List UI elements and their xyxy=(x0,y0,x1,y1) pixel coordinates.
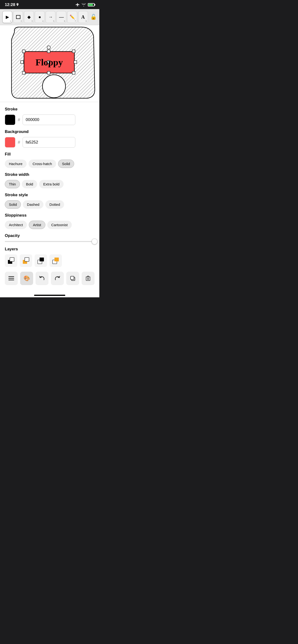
stroke-color-input[interactable] xyxy=(23,114,75,125)
battery-icon xyxy=(88,3,95,6)
tool-arrow[interactable]: → 5 xyxy=(46,11,55,23)
layer-icon-4[interactable] xyxy=(49,254,62,267)
toolbar: ▶ 1 2 ◆ 3 ● 4 → 5 — 6 ✏️ 7 A 8 🔓 xyxy=(0,9,99,25)
stroke-width-options: Thin Bold Extra bold xyxy=(5,180,95,188)
opacity-section: Opacity xyxy=(5,233,95,242)
fill-options: Hachure Cross-hatch Solid xyxy=(5,160,95,168)
stroke-width-label: Stroke width xyxy=(5,172,95,177)
stroke-style-dotted[interactable]: Dotted xyxy=(45,200,64,209)
fill-option-solid[interactable]: Solid xyxy=(58,160,74,168)
menu-icon xyxy=(9,276,14,280)
layer-icon-1[interactable] xyxy=(5,254,17,267)
svg-rect-24 xyxy=(9,276,14,277)
svg-rect-3 xyxy=(22,50,25,53)
tool-diamond[interactable]: ◆ 3 xyxy=(24,11,34,23)
trash-icon xyxy=(86,276,90,281)
palette-icon: 🎨 xyxy=(24,275,30,282)
fill-label: Fill xyxy=(5,152,95,157)
background-label: Background xyxy=(5,130,95,134)
svg-rect-25 xyxy=(9,278,14,279)
opacity-slider-container[interactable] xyxy=(5,241,95,242)
svg-rect-15 xyxy=(10,258,14,262)
action-bar: 🎨 xyxy=(5,272,95,288)
svg-rect-10 xyxy=(21,60,24,64)
layer-icons-row xyxy=(5,254,95,267)
canvas-area[interactable]: Floppy xyxy=(0,25,99,102)
home-bar xyxy=(34,295,65,296)
sloppiness-architect[interactable]: Architect xyxy=(5,221,27,229)
svg-rect-4 xyxy=(47,50,50,53)
svg-rect-6 xyxy=(22,72,25,74)
undo-button[interactable] xyxy=(36,272,49,285)
svg-point-12 xyxy=(47,46,50,49)
sloppiness-options: Architect Artist Cartoonist xyxy=(5,221,95,229)
wifi-icon xyxy=(82,3,86,6)
stroke-width-bold[interactable]: Bold xyxy=(22,180,37,188)
copy-icon xyxy=(70,276,75,281)
svg-rect-11 xyxy=(74,60,77,64)
location-icon xyxy=(16,3,19,6)
stroke-style-label: Stroke style xyxy=(5,192,95,198)
tool-cursor[interactable]: ▶ 1 xyxy=(3,11,12,23)
svg-rect-31 xyxy=(87,276,89,277)
stroke-style-dashed[interactable]: Dashed xyxy=(23,200,43,209)
sloppiness-cartoonist[interactable]: Cartoonist xyxy=(47,221,72,229)
layer-icon-2[interactable] xyxy=(20,254,32,267)
svg-rect-26 xyxy=(9,280,14,280)
stroke-label: Stroke xyxy=(5,107,95,112)
airplane-icon xyxy=(75,3,80,6)
fill-option-crosshatch[interactable]: Cross-hatch xyxy=(29,160,56,168)
delete-button[interactable] xyxy=(82,272,95,285)
lock-button[interactable]: 🔓 xyxy=(90,11,97,23)
svg-rect-21 xyxy=(40,258,44,262)
svg-rect-28 xyxy=(71,276,74,280)
opacity-track xyxy=(5,241,95,242)
palette-button[interactable]: 🎨 xyxy=(20,272,33,285)
tool-pencil[interactable]: ✏️ 7 xyxy=(67,11,77,23)
stroke-color-swatch[interactable] xyxy=(5,114,15,125)
status-time: 12:28 xyxy=(5,2,19,7)
svg-rect-8 xyxy=(72,72,75,74)
time-display: 12:28 xyxy=(5,2,15,7)
stroke-width-extra-bold[interactable]: Extra bold xyxy=(39,180,64,188)
sloppiness-label: Sloppiness xyxy=(5,213,95,218)
tool-text[interactable]: A 8 xyxy=(78,11,88,23)
tool-line[interactable]: — 6 xyxy=(56,11,66,23)
opacity-thumb[interactable] xyxy=(92,238,97,244)
redo-button[interactable] xyxy=(51,272,64,285)
stroke-width-thin[interactable]: Thin xyxy=(5,180,20,188)
stroke-style-options: Solid Dashed Dotted xyxy=(5,200,95,209)
opacity-fill xyxy=(5,241,90,242)
background-hash: # xyxy=(18,140,20,145)
stroke-color-row: # xyxy=(5,114,95,125)
status-bar: 12:28 xyxy=(0,0,99,9)
undo-icon xyxy=(39,276,45,281)
layers-section: Layers xyxy=(5,247,95,267)
svg-rect-23 xyxy=(54,258,59,262)
properties-panel: Stroke # Background # Fill Hachure Cross… xyxy=(0,102,99,292)
svg-rect-7 xyxy=(47,72,50,74)
status-icons xyxy=(75,3,95,6)
stroke-hash: # xyxy=(18,118,20,122)
redo-icon xyxy=(54,276,60,281)
sloppiness-artist[interactable]: Artist xyxy=(29,221,45,229)
tool-circle[interactable]: ● 4 xyxy=(35,11,45,23)
opacity-label: Opacity xyxy=(5,233,95,238)
svg-text:Floppy: Floppy xyxy=(36,57,63,67)
canvas-svg: Floppy xyxy=(0,25,99,102)
tool-rectangle[interactable]: 2 xyxy=(13,11,23,23)
background-color-row: # xyxy=(5,137,95,148)
svg-rect-18 xyxy=(25,258,29,262)
fill-option-hachure[interactable]: Hachure xyxy=(5,160,27,168)
menu-button[interactable] xyxy=(5,272,18,285)
svg-point-1 xyxy=(43,75,66,98)
background-color-swatch[interactable] xyxy=(5,137,15,148)
layer-icon-3[interactable] xyxy=(35,254,47,267)
home-indicator xyxy=(0,292,99,297)
stroke-style-solid[interactable]: Solid xyxy=(5,200,21,209)
layers-label: Layers xyxy=(5,247,95,252)
background-color-input[interactable] xyxy=(23,137,75,148)
svg-rect-5 xyxy=(72,50,75,53)
copy-button[interactable] xyxy=(66,272,79,285)
